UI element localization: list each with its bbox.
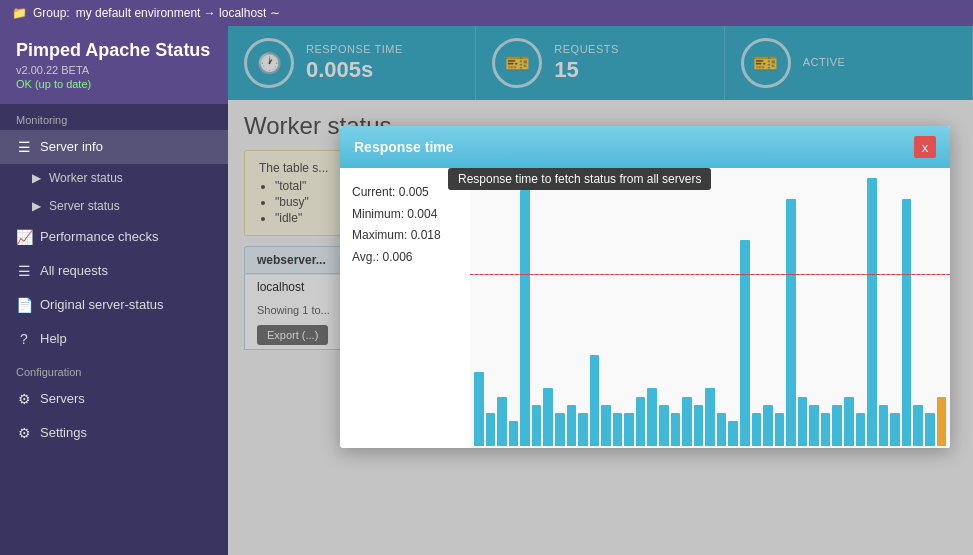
chart-bar [624,413,634,446]
chart-bar [717,413,727,446]
sidebar-item-worker-status[interactable]: ▶ Worker status [0,164,228,192]
chart-bar [752,413,762,446]
chart-bar [705,388,715,446]
chart-bar [786,199,796,446]
doc-icon: 📄 [16,297,32,313]
sidebar-item-servers[interactable]: ⚙ Servers [0,382,228,416]
list-icon-2: ☰ [16,263,32,279]
sidebar-label-servers: Servers [40,391,85,406]
current-label: Current: [352,185,395,199]
chart-bar [671,413,681,446]
minimum-value: 0.004 [407,207,437,221]
chart-bar [809,405,819,446]
chart-bar [798,397,808,446]
sidebar-item-settings[interactable]: ⚙ Settings [0,416,228,450]
folder-icon: 📁 [12,6,27,20]
chart-bar [486,413,496,446]
chart-bar [740,240,750,446]
chart-bar [821,413,831,446]
chart-bar [844,397,854,446]
avg-stat: Avg.: 0.006 [352,247,458,269]
chart-bar [832,405,842,446]
avg-label: Avg.: [352,250,379,264]
chevron-icon: ▶ [32,171,41,185]
sidebar-logo: Pimped Apache Status v2.00.22 BETA OK (u… [0,26,228,104]
current-value: 0.005 [399,185,429,199]
chart-bar [925,413,935,446]
chart-bar [474,372,484,446]
chart-bar [543,388,553,446]
chart-bar [775,413,785,446]
chart-bar [879,405,889,446]
sidebar-label-help: Help [40,331,67,346]
minimum-stat: Minimum: 0.004 [352,204,458,226]
chevron-icon-2: ▶ [32,199,41,213]
chart-bar [601,405,611,446]
sidebar-item-help[interactable]: ? Help [0,322,228,356]
chart-area [470,168,950,448]
gear-icon-2: ⚙ [16,425,32,441]
chart-bar [532,405,542,446]
chart-bar [763,405,773,446]
list-icon: ☰ [16,139,32,155]
chart-bar [613,413,623,446]
modal-title: Response time [354,139,454,155]
chart-bar [509,421,519,446]
chart-bar [578,413,588,446]
chart-bar [647,388,657,446]
sidebar-label-performance-checks: Performance checks [40,229,159,244]
main-content: 🕐 RESPONSE TIME 0.005s 🎫 REQUESTS 15 🎫 A… [228,26,973,555]
app-status: OK (up to date) [16,78,212,90]
monitoring-label: Monitoring [0,104,228,130]
chart-bar [567,405,577,446]
chart-bars [470,168,950,448]
modal-overlay[interactable]: Response time x Current: 0.005 Minimum: … [228,26,973,555]
sidebar-label-original-server-status: Original server-status [40,297,164,312]
sidebar-item-server-info[interactable]: ☰ Server info [0,130,228,164]
modal-header: Response time x [340,126,950,168]
current-stat: Current: 0.005 [352,182,458,204]
sidebar-item-server-status[interactable]: ▶ Server status [0,192,228,220]
group-label: Group: [33,6,70,20]
sidebar-item-performance-checks[interactable]: 📈 Performance checks [0,220,228,254]
chart-bar [520,190,530,446]
modal-body: Current: 0.005 Minimum: 0.004 Maximum: 0… [340,168,950,448]
sidebar-label-server-status: Server status [49,199,120,213]
configuration-label: Configuration [0,356,228,382]
maximum-stat: Maximum: 0.018 [352,225,458,247]
modal-stats: Current: 0.005 Minimum: 0.004 Maximum: 0… [340,168,470,448]
chart-bar [555,413,565,446]
modal-close-button[interactable]: x [914,136,936,158]
chart-bar [497,397,507,446]
chart-bar [937,397,947,446]
chart-bar [867,178,877,446]
chart-bar [856,413,866,446]
sidebar-label-settings: Settings [40,425,87,440]
chart-bar [682,397,692,446]
maximum-value: 0.018 [411,228,441,242]
sidebar-item-all-requests[interactable]: ☰ All requests [0,254,228,288]
sidebar-item-original-server-status[interactable]: 📄 Original server-status [0,288,228,322]
maximum-label: Maximum: [352,228,407,242]
chart-bar [590,355,600,446]
app-version: v2.00.22 BETA [16,64,212,76]
chart-bar [728,421,738,446]
gear-icon: ⚙ [16,391,32,407]
chart-icon: 📈 [16,229,32,245]
group-value: my default environment → localhost ∼ [76,6,280,20]
sidebar-label-server-info: Server info [40,139,103,154]
chart-bar [890,413,900,446]
avg-value: 0.006 [382,250,412,264]
minimum-label: Minimum: [352,207,404,221]
chart-bar [902,199,912,446]
modal-chart [470,168,950,448]
chart-bar [913,405,923,446]
sidebar: Pimped Apache Status v2.00.22 BETA OK (u… [0,26,228,555]
chart-bar [694,405,704,446]
chart-bar [636,397,646,446]
sidebar-label-worker-status: Worker status [49,171,123,185]
help-icon: ? [16,331,32,347]
topbar: 📁 Group: my default environment → localh… [0,0,973,26]
response-time-modal: Response time x Current: 0.005 Minimum: … [340,126,950,448]
app-title: Pimped Apache Status [16,40,212,62]
